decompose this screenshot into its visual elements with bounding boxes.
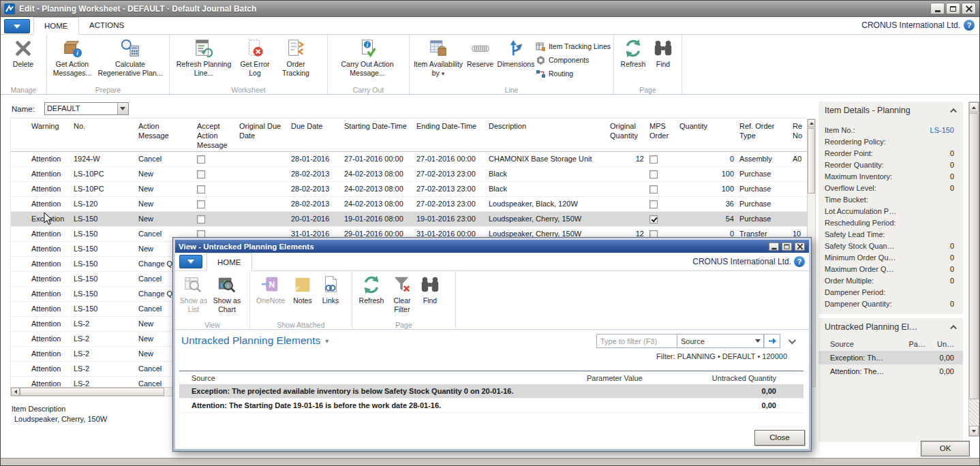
tab-home[interactable]: HOME	[33, 17, 79, 35]
list-item[interactable]: Exception: Th…0,00	[818, 351, 963, 364]
scroll-up-button[interactable]	[808, 119, 815, 127]
cell-quantity: 100	[677, 182, 737, 197]
routing-button[interactable]: Routing	[536, 68, 611, 79]
chevron-up-icon[interactable]	[950, 324, 957, 331]
mps-order-checkbox[interactable]	[649, 170, 658, 178]
calculate-regenerative-plan-button[interactable]: Calculate Regenerative Plan...	[95, 37, 166, 77]
find-button[interactable]: Find	[416, 273, 444, 305]
dimensions-button[interactable]: Dimensions	[496, 37, 536, 69]
list-item[interactable]: Attention: The…0,00	[818, 364, 963, 378]
scrollbar-thumb[interactable]	[808, 128, 815, 193]
grid-row[interactable]: ExceptionLS-150New20-01-201619-01-2016 0…	[11, 212, 808, 227]
col-ref-order-no[interactable]: Re No	[790, 119, 808, 152]
table-row[interactable]: Exception: The projected available inven…	[179, 384, 803, 399]
cell: 0,00	[689, 399, 803, 412]
cell-quantity: 36	[677, 197, 737, 212]
item-availability-by-button[interactable]: Item Availability by ▾	[412, 37, 464, 77]
application-menu-button[interactable]	[179, 255, 202, 268]
col-no[interactable]: No.	[71, 119, 136, 152]
batch-name-value: DEFAULT	[45, 103, 117, 114]
links-button[interactable]: Links	[317, 273, 344, 305]
filter-column-select[interactable]: Source	[677, 334, 764, 348]
mps-order-checkbox[interactable]	[649, 155, 658, 164]
col-ending-date-time[interactable]: Ending Date-Time	[414, 119, 486, 152]
maximize-button[interactable]	[946, 3, 960, 14]
field-value[interactable]: LS-150	[930, 125, 954, 136]
help-icon[interactable]: ?	[794, 256, 805, 267]
grid-row[interactable]: AttentionLS-10PCNew28-02-201324-02-2013 …	[11, 182, 808, 197]
reserve-button[interactable]: Reserve	[464, 37, 496, 69]
table-row[interactable]: Attention: The Starting Date 19-01-16 is…	[179, 399, 803, 413]
minimize-button[interactable]	[930, 3, 945, 14]
page-title[interactable]: Untracked Planning Elements ▾	[181, 335, 328, 347]
col-due-date[interactable]: Due Date	[288, 119, 341, 152]
col-accept-action-message[interactable]: Accept Action Message	[194, 119, 236, 152]
close-button[interactable]	[962, 3, 976, 14]
notes-button[interactable]: Notes	[288, 273, 317, 305]
col-starting-date-time[interactable]: Starting Date-Time	[341, 119, 414, 152]
get-error-log-button[interactable]: Get Error Log	[235, 37, 275, 77]
scrollbar-thumb[interactable]	[20, 388, 164, 396]
field-row: Reordering Policy:	[818, 136, 963, 148]
tab-actions[interactable]: ACTIONS	[79, 17, 134, 35]
show-as-chart-button[interactable]: Show as Chart	[209, 273, 245, 313]
col-action-message[interactable]: Action Message	[136, 119, 194, 152]
close-button[interactable]	[795, 242, 805, 251]
col-mps-order[interactable]: MPS Order	[647, 119, 677, 152]
batch-name-combobox[interactable]: DEFAULT	[44, 102, 129, 115]
order-tracking-button[interactable]: Order Tracking	[275, 37, 317, 77]
field-row: Order Multiple:0	[818, 275, 963, 287]
help-icon[interactable]: ?	[964, 20, 975, 31]
apply-filter-button[interactable]	[764, 334, 780, 348]
filter-input[interactable]	[596, 334, 677, 348]
show-as-list-button[interactable]: Show as List	[178, 273, 209, 313]
combobox-dropdown-button[interactable]	[117, 103, 128, 114]
col-quantity[interactable]: Quantity	[677, 119, 737, 152]
mps-order-checkbox[interactable]	[649, 200, 658, 208]
panel-header[interactable]: Untracked Planning El…	[818, 318, 963, 336]
mps-order-checkbox[interactable]	[649, 215, 658, 223]
col-ref-order-type[interactable]: Ref. Order Type	[737, 119, 790, 152]
minimize-button[interactable]	[769, 242, 779, 251]
find-button[interactable]: Find	[649, 37, 677, 69]
tab-home[interactable]: HOME	[206, 253, 252, 271]
main-window: Edit - Planning Worksheet - DEFAULT · De…	[0, 0, 980, 466]
col-warning[interactable]: Warning	[11, 119, 71, 152]
accept-action-message-checkbox[interactable]	[197, 200, 205, 208]
close-dialog-button[interactable]: Close	[754, 430, 805, 446]
get-action-messages-button[interactable]: i Get Action Messages...	[50, 37, 95, 77]
item-tracking-lines-button[interactable]: Item Tracking Lines	[536, 41, 611, 52]
chevron-up-icon[interactable]	[950, 108, 957, 114]
scroll-down-button[interactable]	[969, 426, 979, 436]
accept-action-message-checkbox[interactable]	[197, 155, 205, 164]
refresh-button[interactable]: Refresh	[617, 37, 649, 69]
ok-button[interactable]: OK	[921, 441, 970, 456]
delete-button[interactable]: Delete	[3, 37, 43, 69]
field-row: Reorder Quantity:0	[818, 159, 963, 171]
col-original-due-date[interactable]: Original Due Date	[236, 119, 288, 152]
accept-action-message-checkbox[interactable]	[197, 215, 205, 223]
refresh-planning-line-button[interactable]: Refresh Planning Line...	[172, 37, 235, 77]
scroll-up-button[interactable]	[969, 102, 979, 112]
mps-order-checkbox[interactable]	[649, 185, 658, 193]
panel-header[interactable]: Item Details - Planning	[818, 102, 963, 119]
expand-filter-pane-icon[interactable]	[788, 336, 796, 343]
col-original-quantity[interactable]: Original Quantity	[607, 119, 647, 152]
accept-action-message-checkbox[interactable]	[197, 185, 205, 193]
accept-action-message-checkbox[interactable]	[197, 170, 205, 178]
refresh-button[interactable]: Refresh	[355, 273, 388, 305]
scrollbar-thumb[interactable]	[969, 113, 979, 399]
grid-row[interactable]: AttentionLS-10PCNew28-02-201324-02-2013 …	[11, 167, 808, 182]
sidebar-scrollbar[interactable]	[968, 102, 979, 437]
carry-out-action-message-button[interactable]: i Carry Out Action Message...	[331, 37, 404, 77]
application-menu-button[interactable]	[4, 19, 30, 33]
scroll-left-button[interactable]	[11, 388, 20, 396]
grid-row[interactable]: AttentionLS-120New28-02-201324-02-2013 0…	[11, 197, 808, 212]
clear-filter-button[interactable]: Clear Filter	[388, 273, 416, 313]
col-description[interactable]: Description	[486, 119, 607, 152]
maximize-button[interactable]	[782, 242, 792, 251]
onenote-button[interactable]: N OneNote	[253, 273, 288, 305]
grid-row[interactable]: Attention1924-WCancel28-01-201627-01-201…	[11, 152, 808, 167]
components-button[interactable]: Components	[536, 55, 611, 65]
cell-starting-date-time: 27-01-2016 00:00	[341, 152, 414, 167]
